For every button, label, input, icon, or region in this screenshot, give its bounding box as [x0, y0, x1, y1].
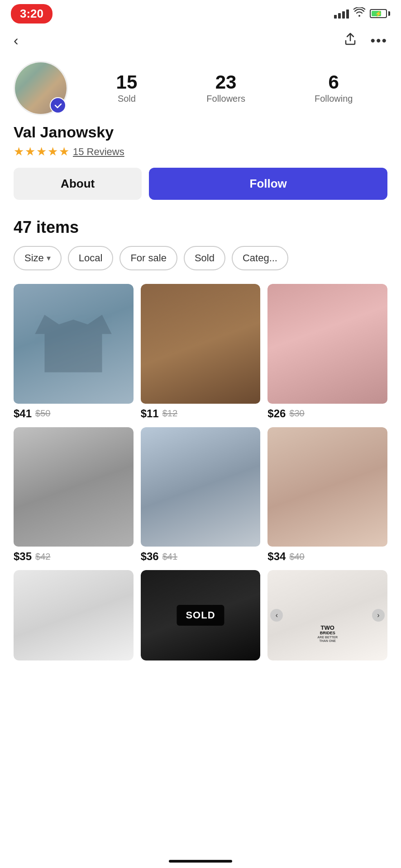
product-image-1: [14, 284, 134, 404]
filter-chips: Size ▾ Local For sale Sold Categ...: [14, 246, 387, 275]
product-card-9[interactable]: ‹ › TWO BRIDES ARE BETTER THAN ONE: [267, 570, 387, 660]
status-time: 3:20: [11, 4, 53, 24]
following-count: 6: [329, 73, 339, 92]
follow-button[interactable]: Follow: [149, 168, 387, 200]
profile-stats: 15 Sold 23 Followers 6 Following: [81, 73, 387, 104]
original-price-2: $12: [162, 408, 177, 419]
current-price-6: $34: [267, 550, 286, 563]
signal-bars-icon: [334, 9, 349, 19]
carousel-next-icon[interactable]: ›: [372, 609, 385, 622]
current-price-3: $26: [267, 407, 286, 420]
star-4-icon: ★: [48, 145, 58, 159]
product-card-3[interactable]: $26 $30: [267, 284, 387, 420]
product-card-1[interactable]: $41 $50: [14, 284, 134, 420]
battery-icon: ⚡: [370, 9, 390, 18]
profile-name: Val Janowsky: [14, 123, 387, 141]
sold-label: Sold: [195, 252, 215, 264]
product-image-9: ‹ › TWO BRIDES ARE BETTER THAN ONE: [267, 570, 387, 660]
stat-following[interactable]: 6 Following: [315, 73, 353, 104]
current-price-4: $35: [14, 550, 32, 563]
star-rating: ★ ★ ★ ★ ★: [14, 145, 69, 159]
header-nav: ‹ •••: [0, 27, 401, 54]
back-button[interactable]: ‹: [14, 32, 19, 49]
reviews-link[interactable]: 15 Reviews: [73, 146, 124, 158]
items-count: 47 items: [14, 218, 387, 237]
stat-sold[interactable]: 15 Sold: [116, 73, 138, 104]
local-label: Local: [79, 252, 103, 264]
product-card-4[interactable]: $35 $42: [14, 427, 134, 563]
star-1-icon: ★: [14, 145, 24, 159]
for-sale-label: For sale: [130, 252, 166, 264]
stat-followers[interactable]: 23 Followers: [206, 73, 245, 104]
product-image-3: [267, 284, 387, 404]
filter-category[interactable]: Categ...: [232, 246, 288, 270]
avatar: [14, 61, 68, 115]
product-price-1: $41 $50: [14, 407, 134, 420]
original-price-3: $30: [289, 408, 304, 419]
product-card-2[interactable]: $11 $12: [141, 284, 261, 420]
sold-overlay-badge: SOLD: [177, 605, 224, 626]
tshirt-text-line1: TWO: [274, 625, 382, 631]
sold-label: Sold: [118, 94, 136, 104]
verified-badge-icon: [50, 97, 66, 113]
star-2-icon: ★: [25, 145, 35, 159]
filter-for-sale[interactable]: For sale: [119, 246, 177, 270]
profile-section: 15 Sold 23 Followers 6 Following Val Jan…: [0, 54, 401, 204]
product-image-8: SOLD: [141, 570, 261, 660]
wifi-icon: [353, 7, 365, 20]
home-indicator: [169, 860, 232, 863]
product-grid-row-2: $35 $42 $36 $41 $34 $40: [14, 427, 387, 563]
nav-actions: •••: [343, 32, 387, 49]
items-section: 47 items Size ▾ Local For sale Sold Cate…: [0, 204, 401, 660]
category-label: Categ...: [243, 252, 277, 264]
following-label: Following: [315, 94, 353, 104]
status-bar: 3:20 ⚡: [0, 0, 401, 27]
product-price-5: $36 $41: [141, 550, 261, 563]
tshirt-text-line3: ARE BETTER: [274, 636, 382, 639]
original-price-1: $50: [35, 408, 50, 419]
current-price-1: $41: [14, 407, 32, 420]
product-image-5: [141, 427, 261, 547]
product-image-7: [14, 570, 134, 660]
product-card-7[interactable]: [14, 570, 134, 660]
product-price-3: $26 $30: [267, 407, 387, 420]
star-3-icon: ★: [36, 145, 47, 159]
profile-buttons: About Follow: [14, 168, 387, 200]
star-5-icon: ★: [59, 145, 69, 159]
product-image-2: [141, 284, 261, 404]
current-price-5: $36: [141, 550, 159, 563]
profile-top: 15 Sold 23 Followers 6 Following: [14, 61, 387, 115]
product-price-2: $11 $12: [141, 407, 261, 420]
followers-label: Followers: [206, 94, 245, 104]
chevron-down-icon: ▾: [47, 253, 51, 263]
status-icons: ⚡: [334, 7, 390, 20]
product-price-4: $35 $42: [14, 550, 134, 563]
tshirt-text-line4: THAN ONE: [274, 639, 382, 643]
original-price-6: $40: [289, 552, 304, 562]
sold-count: 15: [116, 73, 138, 92]
original-price-5: $41: [162, 552, 177, 562]
about-button[interactable]: About: [14, 168, 142, 200]
original-price-4: $42: [35, 552, 50, 562]
filter-local[interactable]: Local: [68, 246, 114, 270]
more-button[interactable]: •••: [370, 33, 387, 48]
tshirt-text-line2: BRIDES: [274, 631, 382, 636]
product-card-8[interactable]: SOLD: [141, 570, 261, 660]
current-price-2: $11: [141, 407, 159, 420]
product-card-5[interactable]: $36 $41: [141, 427, 261, 563]
product-price-6: $34 $40: [267, 550, 387, 563]
filter-size[interactable]: Size ▾: [14, 246, 62, 270]
profile-stars: ★ ★ ★ ★ ★ 15 Reviews: [14, 145, 387, 159]
product-image-6: [267, 427, 387, 547]
product-card-6[interactable]: $34 $40: [267, 427, 387, 563]
product-grid-row-1: $41 $50 $11 $12 $26 $30: [14, 284, 387, 420]
size-label: Size: [24, 252, 44, 264]
filter-sold[interactable]: Sold: [184, 246, 225, 270]
product-grid-row-3: SOLD ‹ › TWO BRIDES ARE BETTER THAN ONE: [14, 570, 387, 660]
share-button[interactable]: [343, 32, 358, 49]
carousel-prev-icon[interactable]: ‹: [270, 609, 283, 622]
followers-count: 23: [215, 73, 237, 92]
product-image-4: [14, 427, 134, 547]
